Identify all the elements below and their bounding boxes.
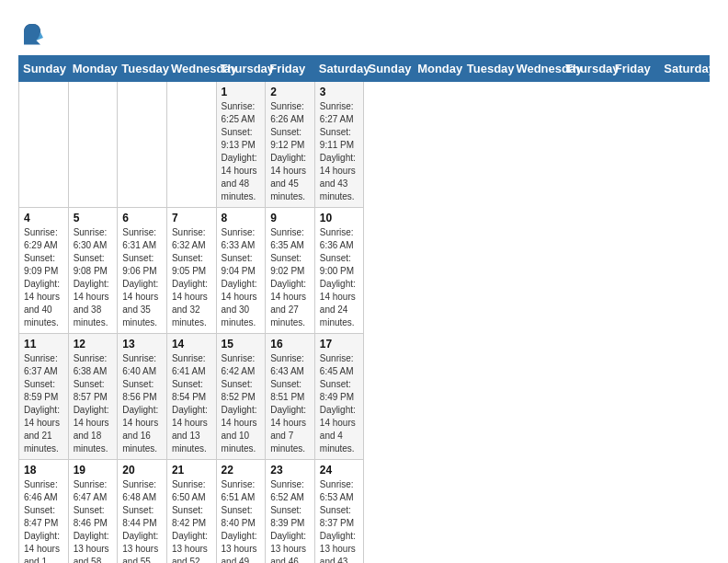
day-info: Sunrise: 6:37 AM Sunset: 8:59 PM Dayligh…: [24, 352, 63, 455]
header-wednesday: Wednesday: [166, 56, 216, 82]
logo-icon: [18, 18, 46, 46]
calendar-cell: 7Sunrise: 6:32 AM Sunset: 9:05 PM Daylig…: [166, 208, 216, 334]
day-info: Sunrise: 6:53 AM Sunset: 8:37 PM Dayligh…: [320, 478, 359, 563]
day-info: Sunrise: 6:51 AM Sunset: 8:40 PM Dayligh…: [222, 478, 261, 563]
day-info: Sunrise: 6:47 AM Sunset: 8:46 PM Dayligh…: [74, 478, 113, 563]
calendar-cell: 17Sunrise: 6:45 AM Sunset: 8:49 PM Dayli…: [314, 334, 364, 460]
day-info: Sunrise: 6:31 AM Sunset: 9:06 PM Dayligh…: [122, 226, 162, 329]
day-info: Sunrise: 6:29 AM Sunset: 9:09 PM Dayligh…: [24, 226, 63, 329]
calendar-cell: 21Sunrise: 6:50 AM Sunset: 8:42 PM Dayli…: [166, 460, 216, 564]
day-number: 13: [122, 338, 162, 350]
day-number: 15: [222, 338, 261, 350]
day-number: 21: [172, 464, 211, 477]
calendar-week-row: 18Sunrise: 6:46 AM Sunset: 8:47 PM Dayli…: [19, 460, 710, 564]
calendar-cell: [19, 82, 69, 208]
calendar-week-row: 1Sunrise: 6:25 AM Sunset: 9:13 PM Daylig…: [19, 82, 710, 208]
day-number: 19: [74, 464, 113, 477]
day-info: Sunrise: 6:30 AM Sunset: 9:08 PM Dayligh…: [74, 226, 113, 329]
calendar-cell: 3Sunrise: 6:27 AM Sunset: 9:11 PM Daylig…: [314, 82, 364, 208]
day-number: 24: [320, 464, 359, 477]
calendar-week-row: 4Sunrise: 6:29 AM Sunset: 9:09 PM Daylig…: [19, 208, 710, 334]
day-info: Sunrise: 6:25 AM Sunset: 9:13 PM Dayligh…: [222, 100, 261, 203]
calendar-cell: 12Sunrise: 6:38 AM Sunset: 8:57 PM Dayli…: [68, 334, 118, 460]
calendar-cell: 20Sunrise: 6:48 AM Sunset: 8:44 PM Dayli…: [118, 460, 167, 564]
header-thursday: Thursday: [216, 56, 266, 82]
calendar-cell: 15Sunrise: 6:42 AM Sunset: 8:52 PM Dayli…: [216, 334, 266, 460]
header-tuesday: Tuesday: [118, 56, 167, 82]
day-number: 2: [270, 86, 310, 98]
day-number: 4: [24, 212, 63, 224]
day-number: 23: [270, 464, 310, 477]
day-number: 16: [270, 338, 310, 350]
calendar-cell: 22Sunrise: 6:51 AM Sunset: 8:40 PM Dayli…: [216, 460, 266, 564]
day-number: 10: [320, 212, 359, 224]
header-monday: Monday: [68, 56, 118, 82]
day-number: 7: [172, 212, 211, 224]
logo: [18, 18, 50, 46]
day-info: Sunrise: 6:27 AM Sunset: 9:11 PM Dayligh…: [320, 100, 359, 203]
day-info: Sunrise: 6:40 AM Sunset: 8:56 PM Dayligh…: [122, 352, 162, 455]
calendar-cell: 16Sunrise: 6:43 AM Sunset: 8:51 PM Dayli…: [266, 334, 315, 460]
calendar-week-row: 11Sunrise: 6:37 AM Sunset: 8:59 PM Dayli…: [19, 334, 710, 460]
day-number: 1: [222, 86, 261, 98]
day-info: Sunrise: 6:32 AM Sunset: 9:05 PM Dayligh…: [172, 226, 211, 329]
day-number: 18: [24, 464, 63, 477]
calendar-header-row: SundayMondayTuesdayWednesdayThursdayFrid…: [19, 56, 710, 82]
day-info: Sunrise: 6:52 AM Sunset: 8:39 PM Dayligh…: [270, 478, 310, 563]
calendar-cell: 23Sunrise: 6:52 AM Sunset: 8:39 PM Dayli…: [266, 460, 315, 564]
day-info: Sunrise: 6:50 AM Sunset: 8:42 PM Dayligh…: [172, 478, 211, 563]
calendar-cell: 13Sunrise: 6:40 AM Sunset: 8:56 PM Dayli…: [118, 334, 167, 460]
day-number: 5: [74, 212, 113, 224]
header-tuesday: Tuesday: [462, 56, 512, 82]
calendar-table: SundayMondayTuesdayWednesdayThursdayFrid…: [18, 55, 710, 563]
day-number: 11: [24, 338, 63, 350]
day-number: 22: [222, 464, 261, 477]
calendar-cell: 11Sunrise: 6:37 AM Sunset: 8:59 PM Dayli…: [19, 334, 69, 460]
header-friday: Friday: [610, 56, 660, 82]
calendar-cell: [118, 82, 167, 208]
calendar-cell: 10Sunrise: 6:36 AM Sunset: 9:00 PM Dayli…: [314, 208, 364, 334]
day-number: 17: [320, 338, 359, 350]
day-number: 3: [320, 86, 359, 98]
day-info: Sunrise: 6:35 AM Sunset: 9:02 PM Dayligh…: [270, 226, 310, 329]
day-number: 9: [270, 212, 310, 224]
day-number: 12: [74, 338, 113, 350]
calendar-cell: 18Sunrise: 6:46 AM Sunset: 8:47 PM Dayli…: [19, 460, 69, 564]
calendar-cell: 9Sunrise: 6:35 AM Sunset: 9:02 PM Daylig…: [266, 208, 315, 334]
calendar-cell: 19Sunrise: 6:47 AM Sunset: 8:46 PM Dayli…: [68, 460, 118, 564]
day-info: Sunrise: 6:46 AM Sunset: 8:47 PM Dayligh…: [24, 478, 63, 563]
day-info: Sunrise: 6:38 AM Sunset: 8:57 PM Dayligh…: [74, 352, 113, 455]
calendar-cell: 5Sunrise: 6:30 AM Sunset: 9:08 PM Daylig…: [68, 208, 118, 334]
calendar-cell: 8Sunrise: 6:33 AM Sunset: 9:04 PM Daylig…: [216, 208, 266, 334]
day-info: Sunrise: 6:42 AM Sunset: 8:52 PM Dayligh…: [222, 352, 261, 455]
day-info: Sunrise: 6:36 AM Sunset: 9:00 PM Dayligh…: [320, 226, 359, 329]
calendar-cell: 1Sunrise: 6:25 AM Sunset: 9:13 PM Daylig…: [216, 82, 266, 208]
day-info: Sunrise: 6:45 AM Sunset: 8:49 PM Dayligh…: [320, 352, 359, 455]
calendar-cell: 2Sunrise: 6:26 AM Sunset: 9:12 PM Daylig…: [266, 82, 315, 208]
header-wednesday: Wednesday: [512, 56, 562, 82]
calendar-cell: [68, 82, 118, 208]
day-number: 8: [222, 212, 261, 224]
header-thursday: Thursday: [562, 56, 611, 82]
calendar-cell: 6Sunrise: 6:31 AM Sunset: 9:06 PM Daylig…: [118, 208, 167, 334]
calendar-cell: 24Sunrise: 6:53 AM Sunset: 8:37 PM Dayli…: [314, 460, 364, 564]
day-info: Sunrise: 6:33 AM Sunset: 9:04 PM Dayligh…: [222, 226, 261, 329]
header-saturday: Saturday: [660, 56, 710, 82]
day-number: 6: [122, 212, 162, 224]
header-sunday: Sunday: [364, 56, 414, 82]
header-sunday: Sunday: [19, 56, 69, 82]
calendar-cell: 4Sunrise: 6:29 AM Sunset: 9:09 PM Daylig…: [19, 208, 69, 334]
day-info: Sunrise: 6:26 AM Sunset: 9:12 PM Dayligh…: [270, 100, 310, 203]
header-saturday: Saturday: [314, 56, 364, 82]
header-friday: Friday: [266, 56, 315, 82]
calendar-cell: [166, 82, 216, 208]
day-number: 14: [172, 338, 211, 350]
day-info: Sunrise: 6:43 AM Sunset: 8:51 PM Dayligh…: [270, 352, 310, 455]
day-number: 20: [122, 464, 162, 477]
calendar-cell: 14Sunrise: 6:41 AM Sunset: 8:54 PM Dayli…: [166, 334, 216, 460]
day-info: Sunrise: 6:48 AM Sunset: 8:44 PM Dayligh…: [122, 478, 162, 563]
day-info: Sunrise: 6:41 AM Sunset: 8:54 PM Dayligh…: [172, 352, 211, 455]
page-header: [18, 18, 710, 46]
header-monday: Monday: [414, 56, 463, 82]
